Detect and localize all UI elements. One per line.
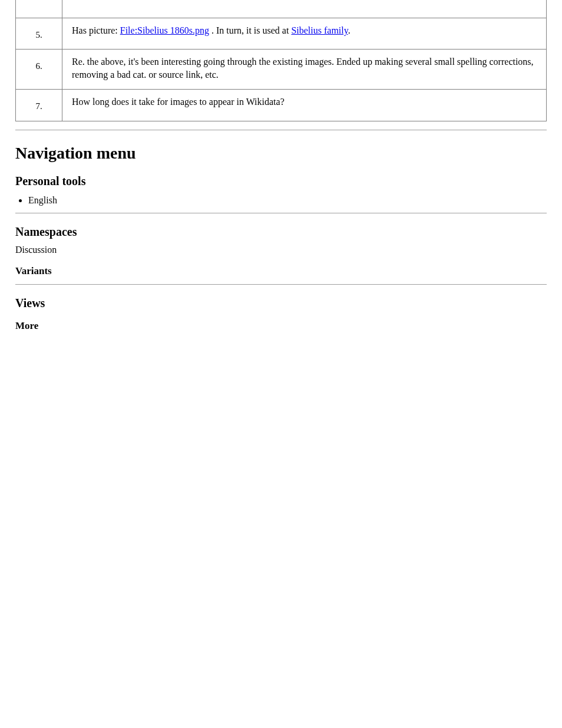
cell-text-empty	[62, 0, 547, 18]
text-before: Has picture:	[72, 25, 120, 35]
lang-item[interactable]: English	[28, 194, 547, 207]
row-text: How long does it take for images to appe…	[62, 90, 547, 121]
text-after: .	[348, 25, 351, 35]
divider	[15, 284, 547, 285]
text-between: . In turn, it is used at	[211, 25, 292, 35]
views-heading: Views	[15, 295, 547, 311]
row-number: 5.	[16, 18, 62, 50]
table-row: 5. Has picture: File:Sibelius 1860s.png …	[16, 18, 547, 50]
divider	[15, 130, 547, 130]
row-text: Has picture: File:Sibelius 1860s.png . I…	[62, 18, 547, 50]
info-table: 5. Has picture: File:Sibelius 1860s.png …	[15, 0, 547, 121]
cell-num-empty	[16, 0, 62, 18]
more-heading: More	[15, 319, 547, 333]
table-row-cutoff	[16, 0, 547, 18]
table-row: 6. Re. the above, it's been interesting …	[16, 50, 547, 90]
personal-tools-heading: Personal tools	[15, 173, 547, 189]
variants-heading: Variants	[15, 265, 547, 278]
link-sibelius-family[interactable]: Sibelius family	[291, 25, 348, 35]
row-text: Re. the above, it's been interesting goi…	[62, 50, 547, 90]
nav-menu-heading: Navigation menu	[15, 142, 547, 164]
table-row: 7. How long does it take for images to a…	[16, 90, 547, 121]
link-file-sibelius[interactable]: File:Sibelius 1860s.png	[120, 25, 209, 35]
divider	[15, 213, 547, 213]
namespaces-heading: Namespaces	[15, 224, 547, 240]
personal-tools-list: English	[28, 194, 547, 207]
namespaces-value[interactable]: Discussion	[15, 243, 547, 256]
row-number: 6.	[16, 50, 62, 90]
row-number: 7.	[16, 90, 62, 121]
